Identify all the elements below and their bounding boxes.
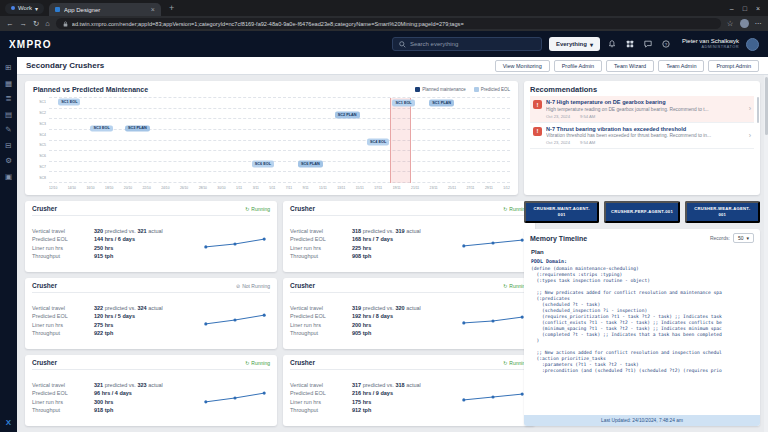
chat-icon[interactable] (643, 40, 654, 48)
page-action-button[interactable]: View Monitoring (495, 60, 550, 72)
sparkline (200, 232, 270, 254)
crusher-card[interactable]: Crusher ↻ Running (283, 201, 535, 272)
gantt-event[interactable]: SC4 EOL (367, 139, 389, 146)
minimize-button[interactable]: – (730, 5, 734, 12)
page-scrollbar[interactable] (764, 75, 768, 432)
metric-value: 908 tph (352, 253, 371, 259)
gantt-event[interactable]: SC1 EOL (392, 100, 414, 107)
workspace-badge[interactable]: Work ▾ (5, 3, 44, 14)
notifications-bell-icon[interactable] (607, 40, 618, 48)
y-axis-label: SC6 (33, 151, 46, 162)
global-search[interactable] (392, 37, 542, 51)
gantt-event[interactable]: SC6 PLAN (298, 161, 323, 168)
chevron-right-icon[interactable]: › (749, 132, 751, 139)
page-action-button[interactable]: Team Admin (658, 60, 704, 72)
agent-button[interactable]: CRUSHER-WEAR-AGENT-001 (685, 201, 760, 223)
new-tab-button[interactable]: + (166, 3, 177, 13)
recommendation-item[interactable]: ! N-7 High temperature on DE gearbox bea… (530, 96, 754, 123)
maximize-button[interactable]: □ (743, 5, 747, 12)
edit-icon[interactable]: ✎ (5, 126, 11, 134)
metric-value: 216 hrs / 9 days (352, 390, 393, 396)
x-tick-label: 7/11 (286, 186, 292, 190)
gantt-event[interactable]: SC6 EOL (252, 161, 274, 168)
url-text: ad.twin.xmpro.com/render;appId=83;appVer… (72, 21, 464, 27)
browser-menu-icon[interactable]: ⋯ (755, 20, 763, 28)
window-close-button[interactable]: × (756, 5, 760, 12)
lock-icon (63, 21, 68, 27)
crusher-card-title: Crusher (290, 359, 315, 366)
crusher-status: ↻ Running (245, 206, 270, 212)
crusher-card[interactable]: Crusher ↻ Running (283, 355, 535, 426)
tab-close-icon[interactable]: × (151, 6, 155, 13)
metric-label: Throughput (290, 407, 352, 413)
user-avatar[interactable] (746, 38, 759, 51)
recommendation-title: N-7 High temperature on DE gearbox beari… (546, 99, 745, 105)
agent-button[interactable]: CRUSHER-PERF-AGENT-001 (604, 201, 679, 223)
code-line: (completed ?t - task) ;; Indicates that … (531, 332, 753, 338)
page-action-button[interactable]: Profile Admin (554, 60, 602, 72)
refresh-icon[interactable]: ↻ (33, 20, 39, 28)
dropdown-icon: ▾ (746, 235, 749, 241)
apps-icon[interactable]: ⊞ (5, 64, 11, 72)
memory-timeline-panel: Memory Timeline Records: 50 ▾ Plan (524, 229, 760, 426)
recommendation-date: Oct 23, 2024 (546, 114, 570, 119)
user-menu[interactable]: Pieter van Schalkwyk ADMINISTRATOR (682, 38, 739, 49)
settings-icon[interactable]: ⚙ (5, 157, 12, 165)
metric-row: Predicted EOL 120 hrs / 5 days (32, 313, 200, 319)
favorite-star-icon[interactable]: ☆ (727, 20, 734, 28)
agent-button[interactable]: CRUSHER-MAINT-AGENT-001 (524, 201, 599, 223)
metric-label: Liner run hrs (32, 399, 94, 405)
forward-icon[interactable]: → (20, 20, 28, 28)
recommendations-scrollbar[interactable] (757, 97, 760, 123)
dashboards-icon[interactable]: ▦ (5, 80, 12, 88)
metric-label: Vertical travel (32, 382, 94, 388)
records-select[interactable]: 50 ▾ (733, 233, 754, 243)
page-action-button[interactable]: Team Wizard (606, 60, 654, 72)
gantt-event[interactable]: SC3 EOL (90, 125, 112, 132)
crusher-card[interactable]: Crusher ↻ Running (25, 355, 277, 426)
crusher-card[interactable]: Crusher ↻ Running (283, 278, 535, 349)
x-tick-label: 9/11 (302, 186, 308, 190)
address-field[interactable]: ad.twin.xmpro.com/render;appId=83;appVer… (56, 18, 721, 29)
x-tick-label: 21/11 (411, 186, 419, 190)
search-input[interactable] (410, 41, 535, 47)
metric-row: Vertical travel 318 predicted vs. 319 ac… (290, 228, 458, 234)
x-tick-label: 30/10 (217, 186, 225, 190)
metric-value: 200 hrs (352, 322, 371, 328)
crusher-card[interactable]: Crusher ↻ Running (25, 201, 277, 272)
back-icon[interactable]: ← (6, 20, 14, 28)
grid-icon[interactable]: ▣ (5, 173, 12, 181)
search-scope-button[interactable]: Everything ▾ (549, 37, 600, 51)
metric-value: 320 predicted vs. 321 actual (94, 228, 163, 234)
metric-row: Predicted EOL 96 hrs / 4 days (32, 390, 200, 396)
crusher-card[interactable]: Crusher ⊘ Not Running (25, 278, 277, 349)
gantt-event[interactable]: SC2 PLAN (335, 112, 360, 119)
page-action-button[interactable]: Prompt Admin (708, 60, 759, 72)
list-icon[interactable]: ≣ (5, 95, 11, 103)
page-scrollbar-thumb[interactable] (765, 77, 768, 135)
gantt-event[interactable]: SC3 PLAN (125, 125, 150, 132)
memory-timeline-body[interactable]: Plan PDDL Domain: (define (domain mainte… (524, 245, 760, 415)
metric-row: Liner run hrs 225 hrs (290, 245, 458, 251)
x-tick-label: 22/10 (143, 186, 151, 190)
data-icon[interactable]: ▤ (5, 111, 12, 119)
x-tick-label: 28/10 (199, 186, 207, 190)
apps-grid-icon[interactable] (625, 40, 636, 48)
recommendation-item[interactable]: ! N-7 Thrust bearing vibration has excee… (530, 123, 754, 150)
legend-item: Predicted EOL (474, 87, 510, 92)
collections-icon[interactable]: ⊟ (5, 142, 11, 150)
browser-tab[interactable]: App Designer × (49, 3, 161, 16)
x-tick-label: 11/11 (319, 186, 327, 190)
browser-profile-avatar[interactable] (740, 19, 749, 28)
app-window: Work ▾ App Designer × + – □ × ← → ↻ ⌂ ad… (0, 0, 768, 432)
gantt-event[interactable]: SC1 EOL (58, 99, 80, 106)
metric-value: 175 hrs (352, 399, 371, 405)
metric-label: Predicted EOL (32, 313, 94, 319)
legend-label: Predicted EOL (481, 87, 510, 92)
legend-label: Planned maintenance (422, 87, 466, 92)
gantt-event[interactable]: SC1 PLAN (429, 100, 454, 107)
home-icon[interactable]: ⌂ (45, 20, 50, 28)
help-icon[interactable]: ? (661, 40, 672, 48)
code-line: :precondition (and (scheduled ?t1) (sche… (531, 368, 753, 374)
chevron-right-icon[interactable]: › (749, 105, 751, 112)
